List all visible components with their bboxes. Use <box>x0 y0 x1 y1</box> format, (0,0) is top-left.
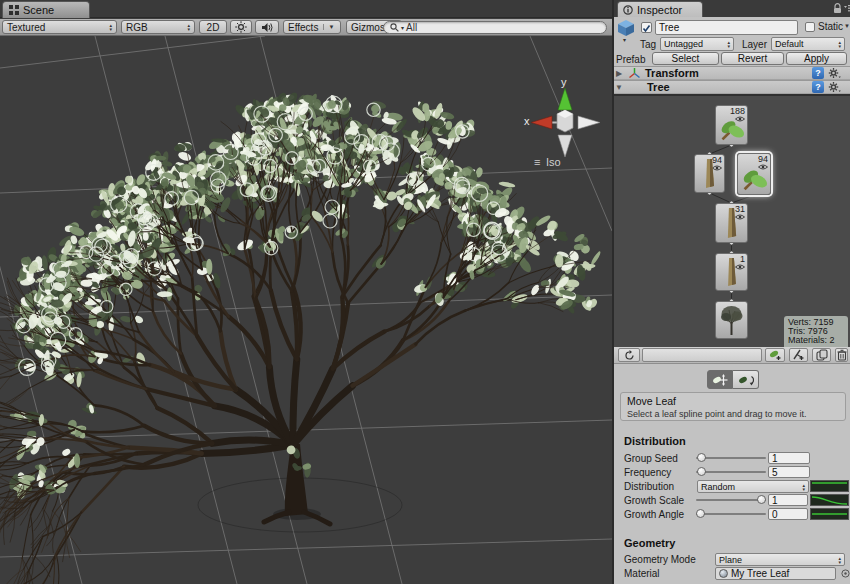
tag-dropdown[interactable]: Untagged ▴▾ <box>660 37 734 51</box>
gizmo-z-axis-cone[interactable] <box>578 116 600 129</box>
gear-icon[interactable] <box>828 81 841 93</box>
toolbar-spacer-button[interactable] <box>642 348 762 362</box>
chevron-down-icon: ▼ <box>323 24 334 30</box>
slider-knob[interactable] <box>697 453 706 462</box>
menu-lines-icon: ≡ <box>534 156 540 168</box>
leaf-group-icon <box>740 165 769 192</box>
group-seed-field[interactable]: 1 <box>768 452 810 464</box>
geometry-mode-label: Geometry Mode <box>624 554 696 565</box>
effects-dropdown[interactable]: Effects ▼ <box>283 20 341 34</box>
layer-label: Layer <box>742 39 767 50</box>
help-text: Select a leaf spline point and drag to m… <box>627 409 839 419</box>
inspector-tabstrip: Inspector <box>614 0 850 17</box>
static-dropdown-caret[interactable]: ▼ <box>844 23 850 29</box>
tab-scene[interactable]: Scene <box>2 1 90 18</box>
gizmo-x-axis-cone[interactable] <box>531 116 552 129</box>
lock-icon[interactable] <box>833 3 842 14</box>
growth-angle-curve-thumbnail[interactable] <box>810 508 849 520</box>
frequency-slider[interactable] <box>696 466 766 477</box>
delete-button[interactable] <box>835 348 848 362</box>
scene-search-input[interactable]: ▾ All <box>383 21 607 34</box>
foldout-arrow-icon[interactable]: ▼ <box>614 83 624 92</box>
duplicate-button[interactable] <box>812 348 831 362</box>
gizmo-y-axis-cone[interactable] <box>558 88 572 110</box>
tag-value: Untagged <box>664 39 703 49</box>
gizmo-y-label: y <box>561 76 567 88</box>
2d-toggle-button[interactable]: 2D <box>199 20 227 34</box>
gizmos-label: Gizmos <box>351 22 385 33</box>
shading-mode-dropdown[interactable]: Textured ▴▾ <box>2 20 117 34</box>
check-icon <box>642 24 651 33</box>
help-book-icon[interactable]: ? <box>812 81 824 93</box>
object-name-field[interactable]: Tree <box>655 20 798 35</box>
effects-label: Effects <box>288 22 318 33</box>
geometry-mode-dropdown[interactable]: Plane ▴▾ <box>715 553 845 566</box>
tree-node-branch-group-1[interactable]: 1 <box>715 253 748 291</box>
frequency-field[interactable]: 5 <box>768 466 810 478</box>
pane-menu-icon[interactable] <box>844 4 850 13</box>
foldout-arrow-icon[interactable]: ▶ <box>614 69 624 78</box>
prefab-label: Prefab <box>616 54 645 65</box>
growth-scale-field[interactable]: 1 <box>768 494 808 506</box>
scene-viewport[interactable]: y x ≡ Iso <box>0 36 612 584</box>
tab-inspector-label: Inspector <box>637 4 682 16</box>
static-checkbox[interactable] <box>805 22 815 32</box>
audio-toggle-button[interactable] <box>255 20 279 34</box>
material-object-field[interactable]: My Tree Leaf <box>715 567 836 580</box>
scene-pane: Scene Textured ▴▾ RGB ▴▾ 2D <box>0 0 612 584</box>
lighting-toggle-button[interactable] <box>230 20 252 34</box>
scene-orientation-gizmo[interactable]: y x ≡ Iso <box>520 76 612 171</box>
rotate-leaf-icon <box>738 373 754 387</box>
layer-dropdown[interactable]: Default ▴▾ <box>771 37 845 51</box>
growth-angle-field[interactable]: 0 <box>768 508 808 520</box>
growth-scale-slider[interactable] <box>696 494 766 505</box>
prefab-select-button[interactable]: Select <box>652 52 719 65</box>
updown-arrows-icon: ▴▾ <box>183 23 190 31</box>
tree-editor-toolbar <box>614 347 850 364</box>
scene-tabstrip: Scene <box>0 0 612 18</box>
updown-arrows-icon: ▴▾ <box>834 40 841 48</box>
distribution-curve-thumbnail[interactable] <box>810 480 849 492</box>
gizmo-x-label: x <box>524 115 530 127</box>
static-label: Static <box>818 21 843 32</box>
move-leaf-tool-button[interactable] <box>707 370 733 389</box>
tree-node-root[interactable] <box>715 301 748 339</box>
gizmo-projection-label[interactable]: Iso <box>546 156 561 168</box>
layer-value: Default <box>775 39 804 49</box>
tree-node-branch-group-94[interactable]: 94 <box>694 154 725 193</box>
slider-knob[interactable] <box>696 509 705 518</box>
group-seed-label: Group Seed <box>624 453 678 464</box>
gear-icon[interactable] <box>828 67 841 79</box>
branch-icon <box>718 256 746 288</box>
object-picker-icon[interactable] <box>841 569 850 578</box>
prefab-revert-button[interactable]: Revert <box>721 52 784 65</box>
add-leaf-group-button[interactable] <box>765 348 785 362</box>
add-branch-group-button[interactable] <box>789 348 808 362</box>
refresh-button[interactable] <box>618 348 640 362</box>
transform-component-header[interactable]: ▶ Transform ? <box>614 66 850 80</box>
tree-node-leaf-group-94-selected[interactable]: 94 <box>737 153 771 195</box>
slider-knob[interactable] <box>757 495 766 504</box>
growth-angle-slider[interactable] <box>696 508 766 519</box>
gameobject-cube-icon[interactable] <box>617 19 635 37</box>
rotate-leaf-tool-button[interactable] <box>733 370 759 389</box>
slider-knob[interactable] <box>697 467 706 476</box>
tab-inspector[interactable]: Inspector <box>617 1 703 17</box>
active-checkbox[interactable] <box>641 22 652 33</box>
tree-component-header[interactable]: ▼ Tree ? <box>614 80 850 94</box>
growth-scale-curve-thumbnail[interactable] <box>810 494 849 506</box>
tree-hierarchy-canvas[interactable]: 188 94 <box>614 94 850 347</box>
distribution-dropdown[interactable]: Random ▴▾ <box>697 480 809 493</box>
tree-node-branch-group-31[interactable]: 31 <box>715 203 748 243</box>
prefab-apply-button[interactable]: Apply <box>786 52 847 65</box>
geometry-section-title: Geometry <box>624 537 675 549</box>
refresh-icon <box>624 350 635 361</box>
gizmo-down-axis-cone[interactable] <box>558 135 572 157</box>
icon-picker-caret: ▾ <box>623 36 626 43</box>
help-book-icon[interactable]: ? <box>812 67 824 79</box>
group-seed-slider[interactable] <box>696 452 766 463</box>
updown-arrows-icon: ▴▾ <box>723 40 730 48</box>
tree-node-leaf-group-188[interactable]: 188 <box>715 105 748 145</box>
leaf-tool-group <box>707 370 759 389</box>
render-channels-dropdown[interactable]: RGB ▴▾ <box>121 20 195 34</box>
